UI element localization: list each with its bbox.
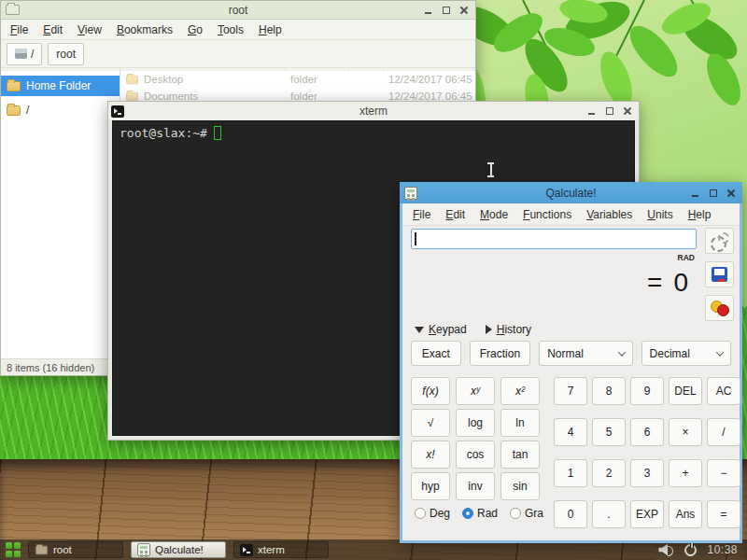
store-button[interactable] — [705, 261, 734, 287]
text-caret — [415, 232, 416, 245]
location-segment-button[interactable]: root — [48, 43, 84, 65]
desktop: root File Edit View Bookmarks Go Tools H… — [0, 0, 747, 560]
maximize-button[interactable] — [709, 189, 718, 198]
start-menu-button[interactable] — [6, 542, 21, 557]
maximize-button[interactable] — [442, 6, 451, 15]
menu-help[interactable]: Help — [251, 21, 289, 39]
file-manager-titlebar[interactable]: root — [1, 1, 475, 20]
key-0[interactable]: 0 — [554, 500, 587, 528]
qalculate-titlebar[interactable]: Qalculate! — [400, 182, 742, 203]
menu-help[interactable]: Help — [681, 205, 719, 224]
radio-gra[interactable]: Gra — [510, 507, 543, 520]
key-2[interactable]: 2 — [592, 459, 626, 487]
history-toggle[interactable]: History — [486, 323, 531, 336]
key-inv[interactable]: inv — [456, 472, 495, 500]
minimize-button[interactable] — [587, 106, 597, 116]
menu-go[interactable]: Go — [180, 21, 210, 39]
menu-tools[interactable]: Tools — [210, 21, 251, 39]
exact-button[interactable]: Exact — [411, 341, 461, 366]
key-factorial[interactable]: x! — [411, 441, 450, 469]
system-tray: 10:38 — [658, 543, 741, 556]
menu-functions[interactable]: Functions — [515, 205, 579, 224]
key-divide[interactable]: / — [707, 418, 740, 446]
file-row-desktop[interactable]: Desktop folder 12/24/2017 06:45 — [120, 71, 475, 88]
xterm-title: xterm — [108, 105, 639, 118]
key-exp[interactable]: EXP — [630, 500, 664, 528]
number-base-dropdown[interactable]: Decimal — [641, 341, 731, 366]
key-sin[interactable]: sin — [500, 472, 540, 500]
key-decimal-point[interactable]: . — [592, 500, 626, 528]
key-equals[interactable]: = — [707, 500, 740, 528]
expression-input[interactable] — [411, 229, 697, 249]
key-cos[interactable]: cos — [456, 441, 495, 469]
key-tan[interactable]: tan — [500, 441, 540, 469]
key-hyp[interactable]: hyp — [411, 472, 450, 500]
volume-icon[interactable] — [658, 544, 674, 556]
radio-rad[interactable]: Rad — [462, 507, 498, 520]
key-log[interactable]: log — [456, 409, 495, 437]
terminal-prompt: root@slax:~# — [120, 126, 207, 140]
key-ac[interactable]: AC — [707, 377, 740, 405]
key-square[interactable]: x² — [500, 377, 540, 405]
key-fx[interactable]: f(x) — [411, 377, 450, 405]
menu-file[interactable]: File — [3, 21, 35, 39]
minimize-button[interactable] — [424, 6, 433, 15]
maximize-button[interactable] — [605, 106, 614, 116]
calculate-gears-button[interactable] — [705, 228, 734, 254]
menu-units[interactable]: Units — [640, 205, 680, 224]
taskbar-item-qalculate[interactable]: Qalculate! — [131, 541, 226, 558]
file-manager-menubar: File Edit View Bookmarks Go Tools Help — [1, 20, 475, 40]
key-3[interactable]: 3 — [630, 459, 664, 487]
key-ans[interactable]: Ans — [669, 500, 702, 528]
triangle-right-icon — [486, 325, 492, 334]
terminal-icon — [111, 105, 124, 118]
fraction-button[interactable]: Fraction — [470, 341, 531, 366]
key-1[interactable]: 1 — [554, 459, 587, 487]
triangle-down-icon — [415, 327, 424, 333]
radio-icon — [510, 508, 521, 519]
action-button-column — [705, 228, 734, 329]
key-7[interactable]: 7 — [554, 377, 587, 405]
key-sqrt[interactable]: √ — [411, 409, 450, 437]
menu-edit[interactable]: Edit — [438, 205, 472, 224]
key-6[interactable]: 6 — [630, 418, 664, 446]
qalculate-menubar: File Edit Mode Functions Variables Units… — [402, 203, 740, 226]
display-mode-dropdown[interactable]: Normal — [539, 341, 632, 366]
menu-mode[interactable]: Mode — [472, 205, 515, 224]
function-keypad: f(x) xʸ x² √ log ln x! cos tan hyp inv s… — [411, 377, 540, 500]
close-button[interactable] — [726, 189, 736, 198]
place-item-home[interactable]: Home Folder — [1, 76, 120, 96]
menu-bookmarks[interactable]: Bookmarks — [109, 21, 180, 39]
xterm-titlebar[interactable]: xterm — [108, 102, 639, 120]
key-ln[interactable]: ln — [500, 409, 540, 437]
taskbar-item-root[interactable]: root — [28, 541, 123, 558]
close-button[interactable] — [459, 6, 469, 15]
path-root-button[interactable]: / — [7, 43, 42, 65]
place-item-root[interactable]: / — [1, 100, 120, 120]
key-del[interactable]: DEL — [669, 377, 702, 405]
keypad-toggle[interactable]: Keypad — [415, 323, 467, 336]
key-8[interactable]: 8 — [592, 377, 626, 405]
folder-icon — [35, 545, 49, 554]
key-5[interactable]: 5 — [592, 418, 626, 446]
key-power[interactable]: xʸ — [456, 377, 495, 405]
menu-file[interactable]: File — [405, 205, 438, 224]
key-minus[interactable]: − — [707, 459, 740, 487]
convert-button[interactable] — [705, 295, 734, 321]
mode-button-row: Exact Fraction Normal Decimal — [411, 341, 731, 366]
radio-deg[interactable]: Deg — [415, 507, 450, 520]
key-9[interactable]: 9 — [630, 377, 664, 405]
clock[interactable]: 10:38 — [707, 543, 738, 556]
menu-variables[interactable]: Variables — [579, 205, 640, 224]
power-icon[interactable] — [684, 544, 697, 556]
taskbar-item-xterm[interactable]: xterm — [233, 541, 329, 558]
key-multiply[interactable]: × — [669, 418, 702, 446]
result-value: 0 — [673, 268, 688, 298]
close-button[interactable] — [623, 106, 632, 116]
key-4[interactable]: 4 — [554, 418, 587, 446]
key-plus[interactable]: + — [669, 459, 702, 487]
folder-icon — [126, 91, 138, 100]
minimize-button[interactable] — [691, 189, 700, 198]
menu-view[interactable]: View — [70, 21, 109, 39]
menu-edit[interactable]: Edit — [35, 21, 70, 39]
